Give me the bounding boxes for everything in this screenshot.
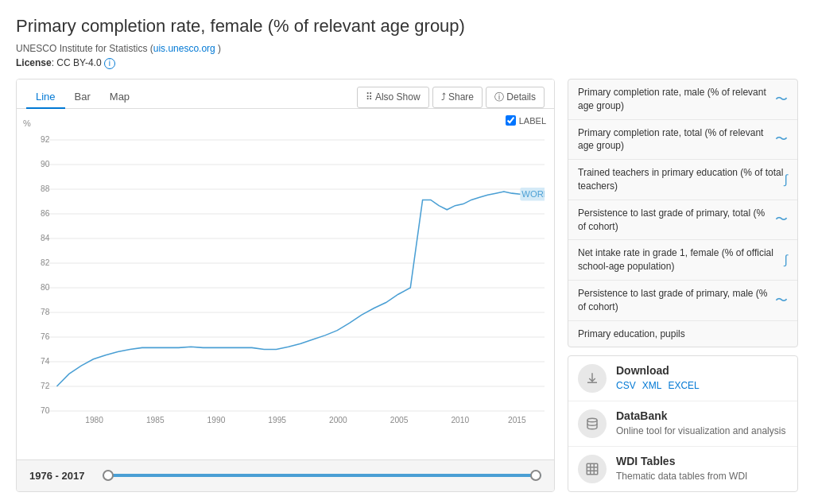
svg-text:82: 82 <box>41 258 50 267</box>
related-item[interactable]: Trained teachers in primary education (%… <box>568 160 797 200</box>
tab-bar[interactable]: Bar <box>65 86 100 109</box>
slider-handle-right[interactable] <box>530 470 541 481</box>
sparkline-icon: 〜 <box>775 211 788 228</box>
source-line: UNESCO Institute for Statistics (uis.une… <box>16 43 798 54</box>
download-content: Download CSV XML EXCEL <box>616 364 788 391</box>
license-info-icon[interactable]: i <box>104 58 115 69</box>
svg-text:92: 92 <box>41 135 50 144</box>
download-title: Download <box>616 364 788 377</box>
wdi-content: WDI Tables Thematic data tables from WDI <box>616 455 788 482</box>
svg-text:72: 72 <box>41 382 50 390</box>
slider-handle-left[interactable] <box>103 470 114 481</box>
label-checkbox-label: LABEL <box>519 116 546 126</box>
databank-tool[interactable]: DataBank Online tool for visualization a… <box>568 401 797 447</box>
svg-text:WORLD: WORLD <box>521 189 545 199</box>
databank-icon <box>578 409 607 438</box>
sparkline-icon: 〜 <box>775 91 788 108</box>
svg-text:1980: 1980 <box>85 416 103 425</box>
wdi-desc: Thematic data tables from WDI <box>616 471 788 482</box>
wdi-tool[interactable]: WDI Tables Thematic data tables from WDI <box>568 447 797 491</box>
svg-text:88: 88 <box>41 184 50 193</box>
tab-map[interactable]: Map <box>100 86 139 109</box>
chart-svg: 70 72 74 76 78 80 82 84 86 88 90 92 1980… <box>41 115 545 428</box>
svg-text:90: 90 <box>41 160 50 169</box>
databank-title: DataBank <box>616 409 788 422</box>
svg-text:2010: 2010 <box>451 416 469 425</box>
also-show-button[interactable]: ⠿ Also Show <box>357 87 429 108</box>
download-links: CSV XML EXCEL <box>616 380 788 391</box>
csv-link[interactable]: CSV <box>616 380 636 391</box>
wdi-icon <box>578 455 607 483</box>
svg-text:74: 74 <box>41 357 50 366</box>
related-item[interactable]: Persistence to last grade of primary, ma… <box>568 281 797 321</box>
sparkline-icon: ∫ <box>785 251 788 269</box>
excel-link[interactable]: EXCEL <box>668 380 699 391</box>
svg-text:78: 78 <box>41 308 50 316</box>
svg-rect-35 <box>587 463 598 475</box>
label-checkbox[interactable] <box>506 115 516 126</box>
databank-desc: Online tool for visualization and analys… <box>616 425 788 436</box>
svg-text:2005: 2005 <box>390 416 409 425</box>
related-item[interactable]: Net intake rate in grade 1, female (% of… <box>568 240 797 281</box>
chart-tabs: Line Bar Map ⠿ Also Show ⤴ Share ⓘ Detai… <box>17 79 554 109</box>
y-axis-label: % <box>23 118 31 128</box>
timeline-slider[interactable] <box>103 474 541 477</box>
databank-content: DataBank Online tool for visualization a… <box>616 409 788 436</box>
svg-text:2000: 2000 <box>329 416 347 425</box>
svg-text:84: 84 <box>41 234 50 242</box>
xml-link[interactable]: XML <box>642 380 662 391</box>
chart-actions: ⠿ Also Show ⤴ Share ⓘ Details <box>357 87 545 108</box>
related-item[interactable]: Primary education, pupils <box>568 321 797 347</box>
timeline-bar: 1976 - 2017 <box>17 459 554 491</box>
svg-text:1995: 1995 <box>268 416 286 425</box>
related-item[interactable]: Primary completion rate, male (% of rele… <box>568 79 797 120</box>
label-checkbox-container: LABEL <box>506 115 546 126</box>
svg-point-34 <box>587 418 597 422</box>
download-tool: Download CSV XML EXCEL <box>568 356 797 401</box>
right-panel: Primary completion rate, male (% of rele… <box>568 79 798 492</box>
svg-text:70: 70 <box>41 406 50 415</box>
tab-line[interactable]: Line <box>26 86 65 109</box>
license-line: License: CC BY-4.0 i <box>16 57 798 69</box>
chart-panel: Line Bar Map ⠿ Also Show ⤴ Share ⓘ Detai… <box>16 79 555 492</box>
download-icon <box>578 364 607 393</box>
related-item[interactable]: Primary completion rate, total (% of rel… <box>568 120 797 161</box>
svg-text:1990: 1990 <box>207 416 226 425</box>
timeline-range: 1976 - 2017 <box>29 470 93 482</box>
related-list: Primary completion rate, male (% of rele… <box>568 79 798 347</box>
source-link[interactable]: uis.unesco.org <box>153 43 215 54</box>
details-button[interactable]: ⓘ Details <box>486 87 545 108</box>
svg-text:2015: 2015 <box>508 416 526 425</box>
related-item[interactable]: Persistence to last grade of primary, to… <box>568 200 797 241</box>
sparkline-icon: 〜 <box>775 130 788 148</box>
svg-text:76: 76 <box>41 332 50 341</box>
tools-section: Download CSV XML EXCEL <box>568 355 798 492</box>
svg-text:86: 86 <box>41 209 50 218</box>
chart-area: % LABEL <box>17 109 554 459</box>
sparkline-icon: ∫ <box>785 171 788 188</box>
wdi-title: WDI Tables <box>616 455 788 467</box>
sparkline-icon: 〜 <box>775 292 788 309</box>
share-button[interactable]: ⤴ Share <box>432 87 483 108</box>
page-title: Primary completion rate, female (% of re… <box>16 16 798 37</box>
svg-text:80: 80 <box>41 283 50 292</box>
source-text: UNESCO Institute for Statistics ( <box>16 43 153 54</box>
svg-text:1985: 1985 <box>146 416 165 425</box>
